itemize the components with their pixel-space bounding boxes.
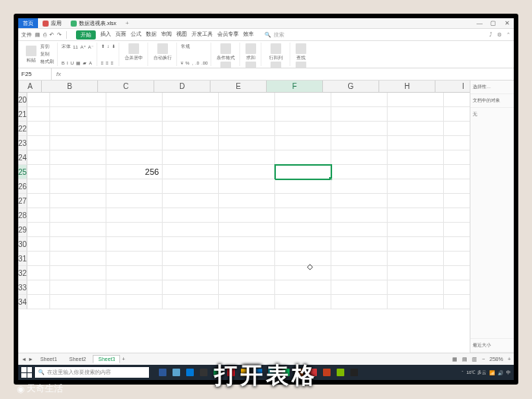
cell-D32[interactable] (163, 266, 219, 280)
tab-review[interactable]: 审阅 (161, 30, 172, 40)
row-header-33[interactable]: 33 (18, 280, 27, 295)
rowcol-button[interactable]: 行和列 (265, 43, 287, 62)
cell-C20[interactable] (106, 93, 163, 107)
cell-D27[interactable] (163, 194, 219, 208)
taskbar-app-4[interactable] (211, 367, 223, 378)
cell-D30[interactable] (163, 237, 219, 252)
cell-E28[interactable] (219, 208, 275, 223)
cell-G27[interactable] (331, 194, 388, 208)
cell-I28[interactable] (444, 208, 470, 223)
cell-I26[interactable] (444, 179, 470, 194)
cell-H25[interactable] (388, 165, 444, 179)
italic-icon[interactable]: I (67, 61, 68, 65)
col-header-E[interactable]: E (211, 81, 267, 92)
view-page-icon[interactable]: ▤ (462, 356, 467, 363)
file-menu[interactable]: 文件 (21, 31, 32, 39)
sheet-button[interactable]: 工作表 (265, 62, 287, 68)
cell-A22[interactable] (27, 122, 50, 136)
symbol-button[interactable]: 符号 (294, 62, 308, 68)
cell-F26[interactable] (275, 179, 331, 194)
cell-G34[interactable] (331, 295, 388, 309)
cell-H27[interactable] (388, 194, 444, 208)
cell-D23[interactable] (163, 136, 219, 150)
name-box[interactable]: F25 (18, 68, 52, 80)
cell-H22[interactable] (388, 122, 444, 136)
cell-C29[interactable] (106, 223, 163, 237)
cell-D20[interactable] (163, 93, 219, 107)
col-header-D[interactable]: D (154, 81, 211, 92)
cell-I22[interactable] (444, 122, 470, 136)
row-header-22[interactable]: 22 (18, 122, 27, 136)
align-bot-icon[interactable]: ⬇ (112, 43, 116, 49)
cell-A33[interactable] (27, 280, 50, 295)
filter-button[interactable]: 筛选 (244, 62, 258, 68)
taskbar-app-10[interactable] (293, 367, 306, 378)
view-normal-icon[interactable]: ▦ (452, 356, 458, 363)
col-header-F[interactable]: F (267, 81, 323, 92)
cell-A30[interactable] (27, 237, 50, 252)
row-header-34[interactable]: 34 (18, 295, 27, 309)
cell-D21[interactable] (163, 107, 219, 122)
row-header-26[interactable]: 26 (18, 179, 27, 194)
col-header-I[interactable]: I (435, 81, 470, 92)
dec-inc-icon[interactable]: .0 (195, 61, 199, 65)
tab-document[interactable]: 数据透视表.xlsx (66, 18, 121, 28)
cell-F20[interactable] (275, 93, 331, 107)
collapse-ribbon-icon[interactable]: ⌃ (506, 32, 511, 38)
cell-A29[interactable] (27, 223, 50, 237)
cell-B21[interactable] (50, 107, 106, 122)
cell-H21[interactable] (388, 107, 444, 122)
cell-F21[interactable] (275, 107, 331, 122)
cell-E24[interactable] (219, 150, 275, 165)
cell-B32[interactable] (50, 266, 106, 280)
cell-F28[interactable] (275, 208, 331, 223)
cell-D31[interactable] (163, 252, 219, 266)
cell-E21[interactable] (219, 107, 275, 122)
cell-G24[interactable] (331, 150, 388, 165)
cell-E20[interactable] (219, 93, 275, 107)
cell-C28[interactable] (106, 208, 163, 223)
cell-B30[interactable] (50, 237, 106, 252)
cell-E26[interactable] (219, 179, 275, 194)
cell-I29[interactable] (444, 223, 470, 237)
taskbar-app-1[interactable] (170, 367, 182, 378)
view-break-icon[interactable]: ▥ (472, 356, 477, 363)
cell-A23[interactable] (27, 136, 50, 150)
paste-button[interactable]: 粘贴 (24, 46, 38, 64)
cell-A34[interactable] (27, 295, 50, 309)
zoom-level[interactable]: 258% (489, 356, 503, 362)
cell-G29[interactable] (331, 223, 388, 237)
cell-D25[interactable] (163, 165, 219, 179)
cell-D33[interactable] (163, 280, 219, 295)
row-header-32[interactable]: 32 (18, 266, 27, 280)
percent-icon[interactable]: % (185, 61, 189, 65)
print-icon[interactable]: ⎙ (43, 32, 46, 37)
sum-button[interactable]: 求和 (244, 43, 258, 62)
cell-F30[interactable] (275, 237, 331, 252)
cell-G32[interactable] (331, 266, 388, 280)
cell-I34[interactable] (444, 295, 470, 309)
close-button[interactable]: ✕ (500, 20, 514, 27)
cell-G30[interactable] (331, 237, 388, 252)
taskbar-app-0[interactable] (157, 367, 169, 378)
cell-F32[interactable] (275, 266, 331, 280)
font-color-icon[interactable]: A (89, 61, 92, 65)
cell-D29[interactable] (163, 223, 219, 237)
cell-B27[interactable] (50, 194, 106, 208)
font-select[interactable]: 宋体 (62, 43, 71, 50)
cell-I30[interactable] (444, 237, 470, 252)
share-icon[interactable]: ⤴ (489, 32, 492, 38)
align-top-icon[interactable]: ⬆ (101, 43, 105, 49)
cell-F29[interactable] (275, 223, 331, 237)
cell-B25[interactable] (50, 165, 106, 179)
tab-data[interactable]: 数据 (146, 30, 157, 40)
cell-G28[interactable] (331, 208, 388, 223)
cell-B29[interactable] (50, 223, 106, 237)
cell-E29[interactable] (219, 223, 275, 237)
col-header-G[interactable]: G (323, 81, 379, 92)
merge-button[interactable]: 合并居中 (123, 43, 144, 62)
cell-A21[interactable] (27, 107, 50, 122)
cell-B24[interactable] (50, 150, 106, 165)
tab-devtools[interactable]: 开发工具 (192, 30, 213, 40)
tray-ime-icon[interactable]: 中 (506, 369, 511, 376)
